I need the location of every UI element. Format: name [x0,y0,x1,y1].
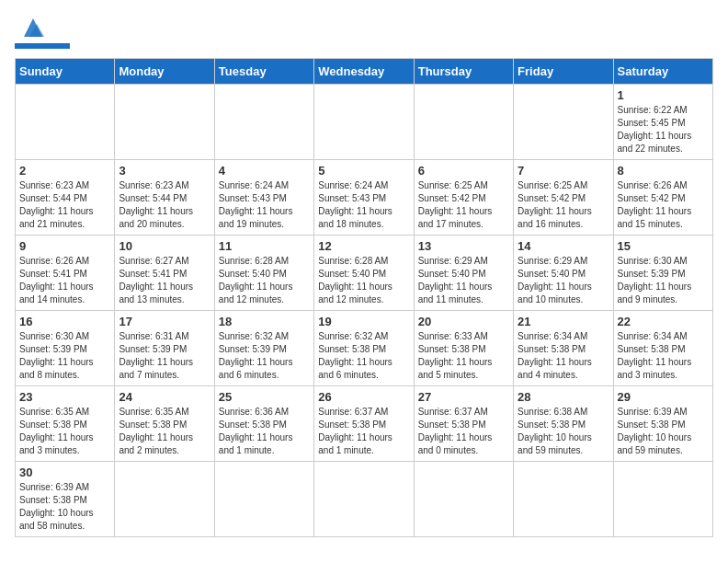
calendar-cell: 2Sunrise: 6:23 AM Sunset: 5:44 PM Daylig… [16,160,115,236]
calendar-cell: 7Sunrise: 6:25 AM Sunset: 5:42 PM Daylig… [514,160,613,236]
calendar-cell [214,85,313,160]
calendar-cell: 15Sunrise: 6:30 AM Sunset: 5:39 PM Dayli… [613,236,712,311]
day-header-monday: Monday [115,59,214,85]
day-info: Sunrise: 6:23 AM Sunset: 5:44 PM Dayligh… [19,179,110,231]
logo-icon [20,15,46,40]
day-number: 20 [418,315,509,328]
day-info: Sunrise: 6:36 AM Sunset: 5:38 PM Dayligh… [219,406,310,457]
day-header-thursday: Thursday [414,59,513,85]
calendar-cell: 26Sunrise: 6:37 AM Sunset: 5:38 PM Dayli… [314,386,414,462]
day-number: 1 [618,88,709,102]
calendar-cell: 3Sunrise: 6:23 AM Sunset: 5:44 PM Daylig… [115,160,214,236]
day-info: Sunrise: 6:28 AM Sunset: 5:40 PM Dayligh… [318,255,409,306]
calendar-cell: 28Sunrise: 6:38 AM Sunset: 5:38 PM Dayli… [514,386,613,462]
day-info: Sunrise: 6:24 AM Sunset: 5:43 PM Dayligh… [318,179,409,231]
calendar-cell [613,462,712,537]
day-number: 30 [19,465,110,479]
day-info: Sunrise: 6:39 AM Sunset: 5:38 PM Dayligh… [618,406,709,457]
day-info: Sunrise: 6:29 AM Sunset: 5:40 PM Dayligh… [518,255,609,306]
calendar-cell: 5Sunrise: 6:24 AM Sunset: 5:43 PM Daylig… [314,160,414,236]
day-number: 18 [219,315,310,328]
day-number: 24 [119,390,210,404]
day-info: Sunrise: 6:25 AM Sunset: 5:42 PM Dayligh… [418,179,509,231]
day-number: 6 [418,164,509,178]
calendar-cell: 1Sunrise: 6:22 AM Sunset: 5:45 PM Daylig… [613,85,712,160]
calendar-table: SundayMondayTuesdayWednesdayThursdayFrid… [15,58,713,537]
calendar-cell [414,85,513,160]
calendar-cell [414,462,513,537]
day-info: Sunrise: 6:27 AM Sunset: 5:41 PM Dayligh… [119,255,210,306]
calendar-cell: 6Sunrise: 6:25 AM Sunset: 5:42 PM Daylig… [414,160,513,236]
calendar-cell: 13Sunrise: 6:29 AM Sunset: 5:40 PM Dayli… [414,236,513,311]
day-info: Sunrise: 6:22 AM Sunset: 5:45 PM Dayligh… [618,104,709,155]
day-info: Sunrise: 6:34 AM Sunset: 5:38 PM Dayligh… [518,330,609,382]
day-number: 27 [418,390,509,404]
day-info: Sunrise: 6:23 AM Sunset: 5:44 PM Dayligh… [119,179,210,231]
calendar-cell: 27Sunrise: 6:37 AM Sunset: 5:38 PM Dayli… [414,386,513,462]
calendar-cell: 29Sunrise: 6:39 AM Sunset: 5:38 PM Dayli… [613,386,712,462]
day-header-sunday: Sunday [16,59,115,85]
day-number: 23 [19,390,110,404]
calendar-cell [115,462,214,537]
calendar-cell [16,85,115,160]
day-info: Sunrise: 6:24 AM Sunset: 5:43 PM Dayligh… [219,179,310,231]
calendar-cell [115,85,214,160]
calendar-cell: 18Sunrise: 6:32 AM Sunset: 5:39 PM Dayli… [214,311,313,386]
day-number: 13 [418,239,509,253]
day-info: Sunrise: 6:26 AM Sunset: 5:41 PM Dayligh… [19,255,110,306]
day-number: 28 [518,390,609,404]
day-number: 11 [219,239,310,253]
day-header-saturday: Saturday [613,59,712,85]
calendar-cell: 30Sunrise: 6:39 AM Sunset: 5:38 PM Dayli… [16,462,115,537]
day-number: 7 [518,164,609,178]
calendar-cell: 11Sunrise: 6:28 AM Sunset: 5:40 PM Dayli… [214,236,313,311]
day-info: Sunrise: 6:35 AM Sunset: 5:38 PM Dayligh… [19,406,110,457]
day-header-wednesday: Wednesday [314,59,414,85]
day-info: Sunrise: 6:31 AM Sunset: 5:39 PM Dayligh… [119,330,210,382]
day-number: 14 [518,239,609,253]
day-number: 25 [219,390,310,404]
day-number: 16 [19,315,110,328]
logo-bar [15,43,70,49]
day-number: 26 [318,390,409,404]
day-number: 22 [618,315,709,328]
day-header-tuesday: Tuesday [214,59,313,85]
calendar-cell: 19Sunrise: 6:32 AM Sunset: 5:38 PM Dayli… [314,311,414,386]
calendar-cell [314,462,414,537]
day-info: Sunrise: 6:32 AM Sunset: 5:38 PM Dayligh… [318,330,409,382]
day-number: 17 [119,315,210,328]
day-number: 29 [618,390,709,404]
calendar-cell: 24Sunrise: 6:35 AM Sunset: 5:38 PM Dayli… [115,386,214,462]
day-info: Sunrise: 6:28 AM Sunset: 5:40 PM Dayligh… [219,255,310,306]
calendar-cell: 22Sunrise: 6:34 AM Sunset: 5:38 PM Dayli… [613,311,712,386]
calendar-cell: 8Sunrise: 6:26 AM Sunset: 5:42 PM Daylig… [613,160,712,236]
day-header-friday: Friday [514,59,613,85]
calendar-cell: 23Sunrise: 6:35 AM Sunset: 5:38 PM Dayli… [16,386,115,462]
day-number: 4 [219,164,310,178]
day-number: 3 [119,164,210,178]
day-info: Sunrise: 6:37 AM Sunset: 5:38 PM Dayligh… [418,406,509,457]
day-number: 21 [518,315,609,328]
day-number: 9 [19,239,110,253]
calendar-cell: 17Sunrise: 6:31 AM Sunset: 5:39 PM Dayli… [115,311,214,386]
day-info: Sunrise: 6:35 AM Sunset: 5:38 PM Dayligh… [119,406,210,457]
calendar-cell: 16Sunrise: 6:30 AM Sunset: 5:39 PM Dayli… [16,311,115,386]
day-info: Sunrise: 6:37 AM Sunset: 5:38 PM Dayligh… [318,406,409,457]
calendar-cell: 12Sunrise: 6:28 AM Sunset: 5:40 PM Dayli… [314,236,414,311]
day-info: Sunrise: 6:34 AM Sunset: 5:38 PM Dayligh… [618,330,709,382]
calendar-cell: 10Sunrise: 6:27 AM Sunset: 5:41 PM Dayli… [115,236,214,311]
day-info: Sunrise: 6:29 AM Sunset: 5:40 PM Dayligh… [418,255,509,306]
day-info: Sunrise: 6:26 AM Sunset: 5:42 PM Dayligh… [618,179,709,231]
day-info: Sunrise: 6:38 AM Sunset: 5:38 PM Dayligh… [518,406,609,457]
day-info: Sunrise: 6:39 AM Sunset: 5:38 PM Dayligh… [19,481,110,533]
day-number: 19 [318,315,409,328]
calendar-cell: 4Sunrise: 6:24 AM Sunset: 5:43 PM Daylig… [214,160,313,236]
day-number: 10 [119,239,210,253]
calendar-cell [314,85,414,160]
calendar-cell [514,85,613,160]
day-info: Sunrise: 6:30 AM Sunset: 5:39 PM Dayligh… [19,330,110,382]
calendar-cell [214,462,313,537]
day-info: Sunrise: 6:33 AM Sunset: 5:38 PM Dayligh… [418,330,509,382]
day-number: 2 [19,164,110,178]
logo [15,15,70,49]
